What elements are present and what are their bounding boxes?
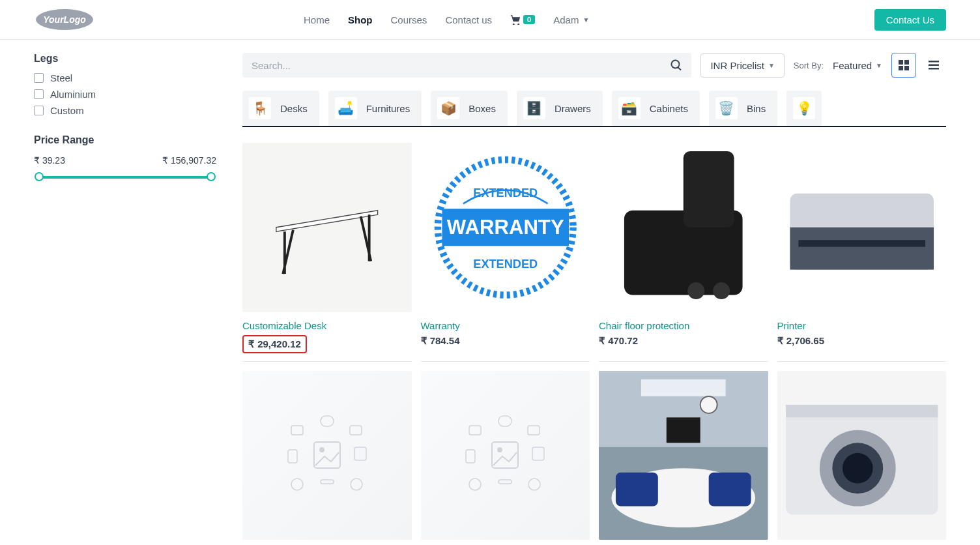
svg-rect-27 [291,426,303,435]
category-boxes[interactable]: 📦 Boxes [431,91,508,126]
svg-point-26 [319,447,324,452]
product-image[interactable] [242,371,412,540]
svg-rect-28 [321,416,334,426]
logo[interactable]: YourLogo [34,8,95,31]
sortby-dropdown[interactable]: Featured ▼ [833,60,882,71]
product-price: ₹ 29,420.12 [242,335,307,353]
category-bins[interactable]: 🗑️ Bins [709,91,777,126]
product-image[interactable] [777,371,947,540]
product-card: Projector from ₹ 196.13 per 3 hours [777,371,947,546]
category-cabinets[interactable]: 🗃️ Cabinets [612,91,700,126]
user-menu[interactable]: Adam ▼ [553,14,589,25]
price-max: ₹ 156,907.32 [162,155,216,166]
checkbox-icon [34,89,44,99]
svg-rect-30 [288,450,297,463]
svg-rect-23 [790,228,934,270]
list-view-button[interactable] [921,53,946,78]
svg-point-57 [842,452,872,483]
view-toggle [891,53,946,78]
svg-rect-31 [354,447,366,460]
svg-point-32 [291,479,303,490]
category-more[interactable]: 💡 [786,91,822,126]
svg-rect-9 [242,143,412,312]
search-input[interactable] [252,60,670,71]
svg-rect-29 [350,426,362,435]
placeholder-icon [421,371,590,540]
pricelist-label: INR Pricelist [710,60,764,71]
product-card: Meeting Room from ₹ 5,884.02 per 3 hours [599,371,768,546]
sortby-value: Featured [833,60,872,71]
product-image[interactable] [599,371,768,540]
cart-count: 0 [523,15,535,24]
svg-rect-5 [904,66,909,70]
svg-rect-8 [929,68,939,70]
category-desks[interactable]: 🪑 Desks [242,91,319,126]
product-name[interactable]: Chair floor protection [599,320,768,331]
svg-point-34 [351,479,362,490]
price-range: ₹ 39.23 ₹ 156,907.32 [34,155,216,179]
pricelist-dropdown[interactable]: INR Pricelist ▼ [700,53,784,78]
svg-rect-41 [532,447,544,460]
filter-price: Price Range ₹ 39.23 ₹ 156,907.32 [34,134,216,179]
svg-rect-37 [469,426,481,435]
svg-rect-48 [667,417,700,443]
category-thumb: 🪑 [249,97,271,119]
svg-point-19 [687,282,704,299]
user-name: Adam [553,14,579,25]
svg-point-20 [713,282,730,299]
slider-handle-max[interactable] [207,172,216,181]
product-price-wrapper: ₹ 29,420.12 [242,335,412,353]
nav-contact[interactable]: Contact us [445,14,492,25]
search-icon[interactable] [670,59,682,71]
grid-view-button[interactable] [891,53,916,78]
product-price: ₹ 2,706.65 [777,335,947,347]
nav-shop[interactable]: Shop [348,14,373,25]
product-name[interactable]: Warranty [421,320,590,331]
svg-rect-18 [684,151,734,228]
svg-rect-38 [498,416,512,426]
categories: 🪑 Desks 🛋️ Furnitures 📦 Boxes 🗄️ Drawers… [242,91,946,127]
product-price: ₹ 470.72 [599,335,768,347]
product-image[interactable] [242,143,412,312]
checkbox-custom[interactable]: Custom [34,105,216,116]
svg-point-52 [700,396,717,413]
product-name[interactable]: Customizable Desk [242,320,412,331]
price-labels: ₹ 39.23 ₹ 156,907.32 [34,155,216,166]
product-image[interactable] [777,143,947,312]
nav-home[interactable]: Home [304,14,330,25]
filter-heading-legs: Legs [34,53,216,65]
main: Legs Steel Aluminium Custom Price Range … [0,40,980,545]
category-thumb: 🗄️ [523,97,545,119]
svg-text:YourLogo: YourLogo [43,14,86,25]
checkbox-steel[interactable]: Steel [34,72,216,83]
grid-icon [899,60,909,70]
slider-handle-min[interactable] [35,172,44,181]
category-label: Drawers [555,103,591,114]
contact-us-button[interactable]: Contact Us [874,9,946,31]
svg-rect-50 [616,472,658,506]
svg-rect-39 [528,426,540,435]
product-image[interactable]: WARRANTYEXTENDEDEXTENDED [421,143,590,312]
cart-icon [510,14,522,25]
filter-heading-price: Price Range [34,134,216,146]
products-grid: Customizable Desk ₹ 29,420.12 WARRANTYEX… [242,143,946,545]
chevron-down-icon: ▼ [768,62,775,69]
svg-point-42 [469,479,481,490]
product-card: Chair floor protection ₹ 470.72 [599,143,768,362]
product-name[interactable]: Printer [777,320,947,331]
category-thumb: 📦 [437,97,459,119]
nav-courses[interactable]: Courses [391,14,427,25]
checkbox-label: Aluminium [50,89,96,100]
sortby-label: Sort By: [794,61,824,70]
checkbox-aluminium[interactable]: Aluminium [34,89,216,100]
price-slider[interactable] [39,176,211,179]
filter-legs: Legs Steel Aluminium Custom [34,53,216,116]
svg-point-36 [497,447,502,452]
category-furnitures[interactable]: 🛋️ Furnitures [328,91,422,126]
product-image[interactable] [599,143,768,312]
svg-rect-24 [798,240,925,246]
checkbox-icon [34,106,44,115]
product-image[interactable] [421,371,590,540]
category-drawers[interactable]: 🗄️ Drawers [517,91,603,126]
cart-button[interactable]: 0 [510,14,535,25]
